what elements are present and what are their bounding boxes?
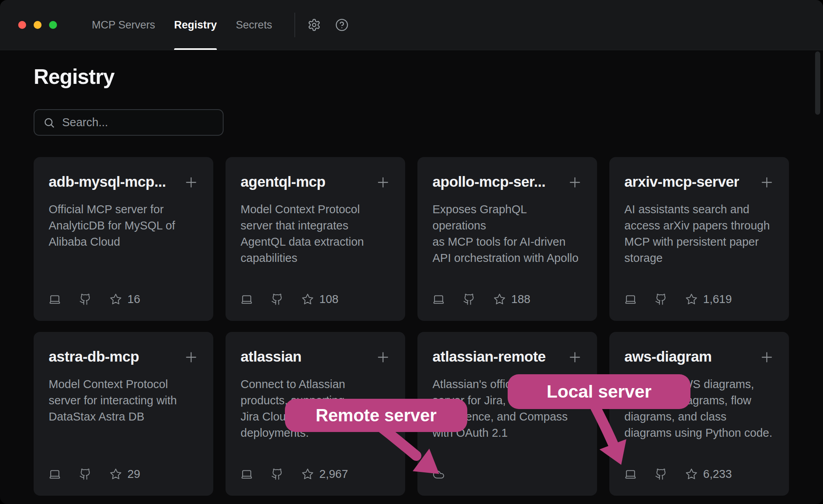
add-server-button[interactable] — [759, 349, 775, 365]
card-header: astra-db-mcp — [49, 349, 199, 365]
star-icon — [302, 293, 314, 305]
star-icon — [685, 468, 698, 480]
server-card[interactable]: agentql-mcp Model Context Protocol serve… — [226, 157, 405, 321]
card-header: arxiv-mcp-server — [624, 174, 775, 190]
github-icon[interactable] — [271, 293, 283, 305]
remote-server-label: Remote server — [316, 405, 437, 425]
star-icon — [110, 468, 122, 480]
card-description: Model Context Protocol server for intera… — [49, 376, 199, 425]
github-icon[interactable] — [271, 468, 283, 480]
card-description: Model Context Protocol server that integ… — [241, 201, 391, 266]
nav-tabs: MCP ServersRegistrySecrets — [92, 0, 272, 50]
star-count: 188 — [511, 293, 530, 306]
help-button[interactable] — [333, 16, 351, 34]
tab-registry[interactable]: Registry — [174, 0, 217, 50]
plus-icon — [375, 174, 391, 190]
github-icon[interactable] — [79, 468, 91, 480]
card-footer: 188 — [432, 293, 530, 306]
plus-icon — [567, 349, 583, 365]
local-server-label: Local server — [546, 381, 651, 402]
star-group: 6,233 — [685, 468, 732, 481]
tab-secrets[interactable]: Secrets — [236, 0, 272, 50]
titlebar: MCP ServersRegistrySecrets — [0, 0, 823, 50]
card-header: adb-mysql-mcp... — [49, 174, 199, 190]
card-footer: 1,619 — [624, 293, 732, 306]
card-title: apollo-mcp-ser... — [432, 174, 546, 190]
card-footer: 6,233 — [624, 468, 732, 481]
github-icon[interactable] — [79, 293, 91, 305]
card-header: agentql-mcp — [241, 174, 391, 190]
star-count: 6,233 — [703, 468, 732, 481]
star-group: 29 — [110, 468, 140, 481]
laptop-icon — [624, 468, 637, 480]
tab-mcp-servers[interactable]: MCP Servers — [92, 0, 155, 50]
laptop-icon — [432, 293, 445, 305]
search-icon — [43, 117, 55, 129]
page-title: Registry — [34, 66, 789, 87]
add-server-button[interactable] — [759, 174, 775, 190]
card-description: Official MCP server for AnalyticDB for M… — [49, 201, 199, 250]
card-header: aws-diagram — [624, 349, 775, 365]
star-count: 1,619 — [703, 293, 732, 306]
card-title: aws-diagram — [624, 349, 712, 365]
card-header: atlassian-remote — [432, 349, 583, 365]
card-description: AI assistants search and access arXiv pa… — [624, 201, 775, 266]
star-count: 2,967 — [319, 468, 348, 481]
star-icon — [110, 293, 122, 305]
nav-divider — [294, 13, 295, 37]
card-footer — [432, 468, 445, 481]
card-footer: 108 — [241, 293, 338, 306]
settings-button[interactable] — [305, 16, 323, 34]
card-title: astra-db-mcp — [49, 349, 139, 365]
laptop-icon — [241, 293, 253, 305]
card-footer: 2,967 — [241, 468, 348, 481]
close-button[interactable] — [18, 21, 26, 29]
laptop-icon — [49, 468, 61, 480]
add-server-button[interactable] — [375, 349, 391, 365]
star-count: 29 — [127, 468, 140, 481]
github-icon[interactable] — [655, 468, 667, 480]
server-card[interactable]: aws-diagram Generate AWS diagrams, seque… — [609, 332, 789, 496]
star-count: 16 — [127, 293, 140, 306]
star-group: 16 — [110, 293, 140, 306]
add-server-button[interactable] — [183, 174, 199, 190]
card-footer: 16 — [49, 293, 140, 306]
add-server-button[interactable] — [567, 349, 583, 365]
star-group: 2,967 — [302, 468, 348, 481]
cloud-icon — [432, 468, 445, 481]
server-card[interactable]: astra-db-mcp Model Context Protocol serv… — [34, 332, 213, 496]
plus-icon — [183, 174, 199, 190]
remote-server-callout: Remote server — [285, 399, 467, 432]
card-header: apollo-mcp-ser... — [432, 174, 583, 190]
server-card[interactable]: arxiv-mcp-server AI assistants search an… — [609, 157, 789, 321]
minimize-button[interactable] — [34, 21, 42, 29]
laptop-icon — [241, 468, 253, 480]
card-header: atlassian — [241, 349, 391, 365]
plus-icon — [567, 174, 583, 190]
server-card[interactable]: apollo-mcp-ser... Exposes GraphQL operat… — [417, 157, 597, 321]
laptop-icon — [624, 293, 637, 305]
card-title: atlassian-remote — [432, 349, 546, 365]
star-group: 1,619 — [685, 293, 732, 306]
server-card[interactable]: adb-mysql-mcp... Official MCP server for… — [34, 157, 213, 321]
github-icon[interactable] — [463, 293, 475, 305]
add-server-button[interactable] — [183, 349, 199, 365]
zoom-button[interactable] — [49, 21, 57, 29]
scrollbar-thumb[interactable] — [815, 51, 820, 115]
traffic-lights — [18, 21, 57, 29]
card-title: adb-mysql-mcp... — [49, 174, 166, 190]
add-server-button[interactable] — [375, 174, 391, 190]
plus-icon — [183, 349, 199, 365]
search-input[interactable] — [62, 116, 214, 129]
laptop-icon — [49, 293, 61, 305]
app-window: MCP ServersRegistrySecrets Registry — [0, 0, 823, 504]
add-server-button[interactable] — [567, 174, 583, 190]
star-group: 108 — [302, 293, 338, 306]
star-group: 188 — [493, 293, 530, 306]
plus-icon — [759, 174, 775, 190]
card-title: agentql-mcp — [241, 174, 325, 190]
star-icon — [685, 293, 698, 305]
star-icon — [302, 468, 314, 480]
plus-icon — [375, 349, 391, 365]
github-icon[interactable] — [655, 293, 667, 305]
